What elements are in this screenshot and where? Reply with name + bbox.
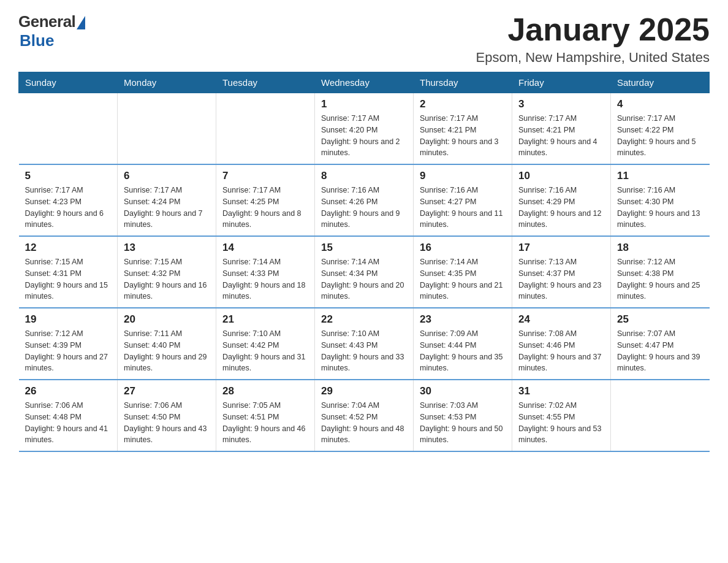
calendar-cell: 21Sunrise: 7:10 AMSunset: 4:42 PMDayligh… xyxy=(216,308,315,380)
day-info: Sunrise: 7:05 AMSunset: 4:51 PMDaylight:… xyxy=(222,400,308,446)
day-number: 14 xyxy=(222,242,308,254)
day-info: Sunrise: 7:16 AMSunset: 4:29 PMDaylight:… xyxy=(518,185,604,231)
day-info: Sunrise: 7:17 AMSunset: 4:23 PMDaylight:… xyxy=(25,185,112,231)
day-info: Sunrise: 7:08 AMSunset: 4:46 PMDaylight:… xyxy=(518,328,604,374)
calendar-cell: 10Sunrise: 7:16 AMSunset: 4:29 PMDayligh… xyxy=(512,164,611,236)
day-number: 13 xyxy=(124,242,210,254)
logo-general-text: General xyxy=(18,12,75,31)
day-info: Sunrise: 7:13 AMSunset: 4:37 PMDaylight:… xyxy=(518,256,604,302)
calendar-cell: 23Sunrise: 7:09 AMSunset: 4:44 PMDayligh… xyxy=(414,308,512,380)
calendar-week-row: 1Sunrise: 7:17 AMSunset: 4:20 PMDaylight… xyxy=(19,93,710,165)
day-number: 23 xyxy=(420,313,506,326)
calendar-week-row: 12Sunrise: 7:15 AMSunset: 4:31 PMDayligh… xyxy=(19,236,710,308)
weekday-header-sunday: Sunday xyxy=(19,72,118,93)
day-info: Sunrise: 7:17 AMSunset: 4:21 PMDaylight:… xyxy=(420,113,506,159)
day-number: 5 xyxy=(25,170,112,182)
day-info: Sunrise: 7:10 AMSunset: 4:43 PMDaylight:… xyxy=(321,328,407,374)
day-number: 19 xyxy=(25,313,112,326)
day-number: 25 xyxy=(617,313,703,326)
day-info: Sunrise: 7:12 AMSunset: 4:38 PMDaylight:… xyxy=(617,256,703,302)
day-number: 22 xyxy=(321,313,407,326)
calendar-cell: 27Sunrise: 7:06 AMSunset: 4:50 PMDayligh… xyxy=(118,380,216,451)
day-info: Sunrise: 7:17 AMSunset: 4:25 PMDaylight:… xyxy=(222,185,308,231)
day-number: 21 xyxy=(222,313,308,326)
title-section: January 2025 Epsom, New Hampshire, Unite… xyxy=(476,12,710,66)
calendar-cell: 30Sunrise: 7:03 AMSunset: 4:53 PMDayligh… xyxy=(414,380,512,451)
day-number: 29 xyxy=(321,385,407,397)
day-info: Sunrise: 7:04 AMSunset: 4:52 PMDaylight:… xyxy=(321,400,407,446)
day-info: Sunrise: 7:16 AMSunset: 4:26 PMDaylight:… xyxy=(321,185,407,231)
weekday-header-wednesday: Wednesday xyxy=(315,72,414,93)
calendar-cell: 6Sunrise: 7:17 AMSunset: 4:24 PMDaylight… xyxy=(118,164,216,236)
calendar-week-row: 26Sunrise: 7:06 AMSunset: 4:48 PMDayligh… xyxy=(19,380,710,451)
day-number: 15 xyxy=(321,242,407,254)
day-number: 31 xyxy=(518,385,604,397)
logo-triangle-icon xyxy=(77,16,85,29)
day-number: 16 xyxy=(420,242,506,254)
calendar-cell: 29Sunrise: 7:04 AMSunset: 4:52 PMDayligh… xyxy=(315,380,414,451)
day-number: 8 xyxy=(321,170,407,182)
day-info: Sunrise: 7:02 AMSunset: 4:55 PMDaylight:… xyxy=(518,400,604,446)
day-number: 30 xyxy=(420,385,506,397)
calendar-cell: 1Sunrise: 7:17 AMSunset: 4:20 PMDaylight… xyxy=(315,93,414,165)
day-number: 3 xyxy=(518,98,604,110)
logo: General Blue xyxy=(18,12,85,50)
calendar-cell: 19Sunrise: 7:12 AMSunset: 4:39 PMDayligh… xyxy=(19,308,118,380)
day-number: 7 xyxy=(222,170,308,182)
calendar-cell: 16Sunrise: 7:14 AMSunset: 4:35 PMDayligh… xyxy=(414,236,512,308)
day-number: 24 xyxy=(518,313,604,326)
calendar-week-row: 19Sunrise: 7:12 AMSunset: 4:39 PMDayligh… xyxy=(19,308,710,380)
day-info: Sunrise: 7:14 AMSunset: 4:33 PMDaylight:… xyxy=(222,256,308,302)
weekday-header-thursday: Thursday xyxy=(414,72,512,93)
calendar-header-row: SundayMondayTuesdayWednesdayThursdayFrid… xyxy=(19,72,710,93)
day-number: 4 xyxy=(617,98,703,110)
calendar-cell: 31Sunrise: 7:02 AMSunset: 4:55 PMDayligh… xyxy=(512,380,611,451)
calendar-cell: 14Sunrise: 7:14 AMSunset: 4:33 PMDayligh… xyxy=(216,236,315,308)
calendar-cell: 8Sunrise: 7:16 AMSunset: 4:26 PMDaylight… xyxy=(315,164,414,236)
day-info: Sunrise: 7:11 AMSunset: 4:40 PMDaylight:… xyxy=(124,328,210,374)
day-info: Sunrise: 7:14 AMSunset: 4:34 PMDaylight:… xyxy=(321,256,407,302)
day-info: Sunrise: 7:03 AMSunset: 4:53 PMDaylight:… xyxy=(420,400,506,446)
calendar-cell: 9Sunrise: 7:16 AMSunset: 4:27 PMDaylight… xyxy=(414,164,512,236)
day-number: 10 xyxy=(518,170,604,182)
calendar-cell: 7Sunrise: 7:17 AMSunset: 4:25 PMDaylight… xyxy=(216,164,315,236)
day-number: 11 xyxy=(617,170,703,182)
calendar-cell: 20Sunrise: 7:11 AMSunset: 4:40 PMDayligh… xyxy=(118,308,216,380)
weekday-header-friday: Friday xyxy=(512,72,611,93)
day-number: 18 xyxy=(617,242,703,254)
calendar-cell xyxy=(118,93,216,165)
calendar-cell: 18Sunrise: 7:12 AMSunset: 4:38 PMDayligh… xyxy=(611,236,710,308)
calendar-cell: 22Sunrise: 7:10 AMSunset: 4:43 PMDayligh… xyxy=(315,308,414,380)
weekday-header-monday: Monday xyxy=(118,72,216,93)
day-info: Sunrise: 7:06 AMSunset: 4:50 PMDaylight:… xyxy=(124,400,210,446)
day-number: 26 xyxy=(25,385,112,397)
calendar-cell: 17Sunrise: 7:13 AMSunset: 4:37 PMDayligh… xyxy=(512,236,611,308)
day-info: Sunrise: 7:10 AMSunset: 4:42 PMDaylight:… xyxy=(222,328,308,374)
day-info: Sunrise: 7:17 AMSunset: 4:24 PMDaylight:… xyxy=(124,185,210,231)
calendar-cell: 24Sunrise: 7:08 AMSunset: 4:46 PMDayligh… xyxy=(512,308,611,380)
calendar-cell: 28Sunrise: 7:05 AMSunset: 4:51 PMDayligh… xyxy=(216,380,315,451)
day-number: 27 xyxy=(124,385,210,397)
calendar-cell: 12Sunrise: 7:15 AMSunset: 4:31 PMDayligh… xyxy=(19,236,118,308)
day-info: Sunrise: 7:12 AMSunset: 4:39 PMDaylight:… xyxy=(25,328,112,374)
day-number: 2 xyxy=(420,98,506,110)
calendar-cell xyxy=(216,93,315,165)
day-number: 28 xyxy=(222,385,308,397)
weekday-header-tuesday: Tuesday xyxy=(216,72,315,93)
day-info: Sunrise: 7:17 AMSunset: 4:20 PMDaylight:… xyxy=(321,113,407,159)
calendar-cell: 2Sunrise: 7:17 AMSunset: 4:21 PMDaylight… xyxy=(414,93,512,165)
day-number: 6 xyxy=(124,170,210,182)
calendar-cell: 3Sunrise: 7:17 AMSunset: 4:21 PMDaylight… xyxy=(512,93,611,165)
calendar-cell: 26Sunrise: 7:06 AMSunset: 4:48 PMDayligh… xyxy=(19,380,118,451)
calendar-cell: 5Sunrise: 7:17 AMSunset: 4:23 PMDaylight… xyxy=(19,164,118,236)
day-info: Sunrise: 7:16 AMSunset: 4:30 PMDaylight:… xyxy=(617,185,703,231)
day-info: Sunrise: 7:16 AMSunset: 4:27 PMDaylight:… xyxy=(420,185,506,231)
day-info: Sunrise: 7:17 AMSunset: 4:22 PMDaylight:… xyxy=(617,113,703,159)
day-number: 17 xyxy=(518,242,604,254)
day-number: 12 xyxy=(25,242,112,254)
month-title: January 2025 xyxy=(476,12,710,47)
calendar-week-row: 5Sunrise: 7:17 AMSunset: 4:23 PMDaylight… xyxy=(19,164,710,236)
calendar-cell: 15Sunrise: 7:14 AMSunset: 4:34 PMDayligh… xyxy=(315,236,414,308)
logo-blue-text: Blue xyxy=(20,31,54,50)
day-info: Sunrise: 7:09 AMSunset: 4:44 PMDaylight:… xyxy=(420,328,506,374)
